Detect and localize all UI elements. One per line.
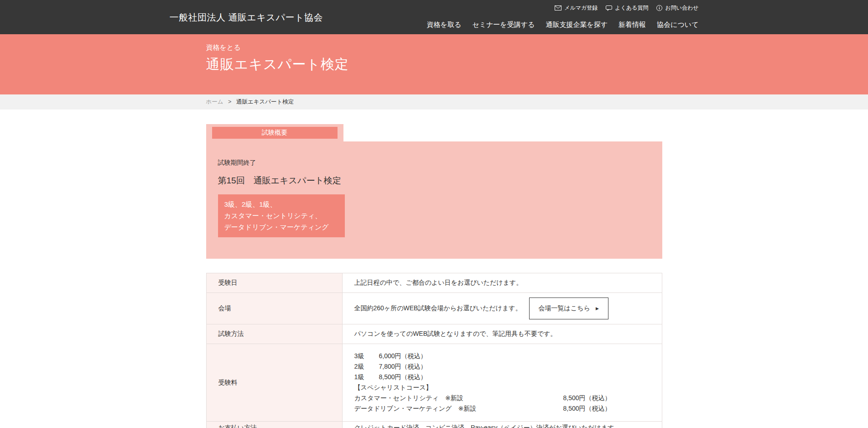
arrow-right-icon: ▶	[596, 307, 599, 311]
hero-category: 資格をとる	[206, 43, 662, 52]
fee-label: 2級	[354, 361, 379, 372]
mail-icon	[555, 5, 561, 10]
breadcrumb-separator: >	[228, 99, 231, 105]
fee-label: カスタマー・セントリシティ ※新設	[354, 393, 563, 403]
fee-line-grade3: 3級 6,000円（税込）	[354, 351, 657, 361]
utility-label: お問い合わせ	[665, 4, 698, 12]
fee-line-customer-centricity: カスタマー・セントリシティ ※新設 8,500円（税込）	[354, 393, 657, 403]
breadcrumb-current: 通販エキスパート検定	[236, 99, 294, 105]
grades-line: カスタマー・セントリシティ、	[224, 210, 340, 221]
main-nav: 資格を取る セミナーを受講する 通販支援企業を探す 新着情報 協会について	[427, 21, 699, 29]
row-header-method: 試験方法	[206, 324, 342, 344]
utility-label: メルマガ登録	[564, 4, 598, 12]
venue-list-button[interactable]: 会場一覧はこちら ▶	[529, 298, 608, 319]
utility-nav: メルマガ登録 よくある質問 お問い合わせ	[555, 4, 698, 12]
fee-line-specialist-course-header: 【スペシャリストコース】	[354, 382, 657, 393]
overview-tab-button[interactable]: 試験概要	[212, 127, 338, 139]
exam-title: 第15回 通販エキスパート検定	[218, 175, 662, 187]
table-row-method: 試験方法 パソコンを使ってのWEB試験となりますので、筆記用具も不要です。	[206, 324, 662, 344]
fee-price: 8,500円（税込）	[563, 393, 611, 403]
row-value-payment: クレジットカード決済、コンビニ決済、Pay-easy（ペイジー）決済がお選びいた…	[342, 422, 662, 428]
utility-label: よくある質問	[615, 4, 648, 12]
breadcrumb: ホーム > 通販エキスパート検定	[206, 94, 662, 110]
fee-label: 3級	[354, 351, 379, 361]
header-right: メルマガ登録 よくある質問 お問い合わせ 資格を取る セミナーを受講す	[427, 0, 699, 34]
site-logo[interactable]: 一般社団法人 通販エキスパート協会	[170, 11, 323, 23]
fee-price: 8,500円（税込）	[379, 372, 427, 382]
utility-link-faq[interactable]: よくある質問	[606, 4, 648, 12]
utility-link-mailmagazine[interactable]: メルマガ登録	[555, 4, 598, 12]
row-header-payment: お支払い方法	[206, 422, 342, 428]
row-header-exam-date: 受験日	[206, 273, 342, 293]
speech-bubble-icon	[606, 5, 612, 11]
nav-item-news[interactable]: 新着情報	[619, 21, 646, 29]
table-row-fee: 受験料 3級 6,000円（税込） 2級 7,800円（税込） 1級 8,500…	[206, 344, 662, 422]
fee-label: 1級	[354, 372, 379, 382]
fee-price: 6,000円（税込）	[379, 351, 427, 361]
breadcrumb-bar: ホーム > 通販エキスパート検定	[0, 94, 868, 110]
overview-box: 試験期間終了 第15回 通販エキスパート検定 3級、2級、1級、 カスタマー・セ…	[206, 141, 662, 259]
table-row-payment: お支払い方法 クレジットカード決済、コンビニ決済、Pay-easy（ペイジー）決…	[206, 422, 662, 428]
nav-item-about[interactable]: 協会について	[657, 21, 698, 29]
table-row-venue: 会場 全国約260ヶ所のWEB試験会場からお選びいただけます。 会場一覧はこちら…	[206, 293, 662, 324]
header-container: 一般社団法人 通販エキスパート協会 メルマガ登録 よくある質問	[170, 0, 699, 34]
hero-banner: 資格をとる 通販エキスパート検定	[0, 34, 868, 94]
grades-line: データドリブン・マーケティング	[224, 221, 340, 233]
fee-label: 【スペシャリストコース】	[354, 382, 432, 393]
main-content: 試験概要 試験期間終了 第15回 通販エキスパート検定 3級、2級、1級、 カス…	[206, 124, 662, 428]
fee-line-grade1: 1級 8,500円（税込）	[354, 372, 657, 382]
row-value-method: パソコンを使ってのWEB試験となりますので、筆記用具も不要です。	[342, 324, 662, 344]
utility-link-contact[interactable]: お問い合わせ	[656, 4, 698, 12]
fee-price: 8,500円（税込）	[563, 403, 611, 414]
venue-text: 全国約260ヶ所のWEB試験会場からお選びいただけます。	[354, 304, 522, 313]
row-header-fee: 受験料	[206, 344, 342, 422]
hero-container: 資格をとる 通販エキスパート検定	[206, 34, 662, 74]
fee-label: データドリブン・マーケティング ※新設	[354, 403, 563, 414]
fee-line-grade2: 2級 7,800円（税込）	[354, 361, 657, 372]
grades-box: 3級、2級、1級、 カスタマー・セントリシティ、 データドリブン・マーケティング	[218, 194, 345, 237]
venue-list-button-label: 会場一覧はこちら	[539, 304, 590, 313]
row-header-venue: 会場	[206, 293, 342, 324]
info-icon	[656, 5, 662, 11]
nav-item-get-certified[interactable]: 資格を取る	[427, 21, 462, 29]
grades-line: 3級、2級、1級、	[224, 198, 340, 210]
page-title: 通販エキスパート検定	[206, 55, 662, 74]
breadcrumb-home-link[interactable]: ホーム	[206, 99, 223, 105]
row-value-fee: 3級 6,000円（税込） 2級 7,800円（税込） 1級 8,500円（税込…	[342, 344, 662, 422]
exam-status: 試験期間終了	[218, 159, 662, 167]
table-row-exam-date: 受験日 上記日程の中で、ご都合のよい日をお選びいただけます。	[206, 273, 662, 293]
row-value-venue: 全国約260ヶ所のWEB試験会場からお選びいただけます。 会場一覧はこちら ▶	[342, 293, 662, 324]
nav-item-seminar[interactable]: セミナーを受講する	[472, 21, 535, 29]
site-header: 一般社団法人 通販エキスパート協会 メルマガ登録 よくある質問	[0, 0, 868, 34]
fee-price: 7,800円（税込）	[379, 361, 427, 372]
overview-tab: 試験概要	[206, 124, 343, 141]
row-value-exam-date: 上記日程の中で、ご都合のよい日をお選びいただけます。	[342, 273, 662, 293]
nav-item-find-company[interactable]: 通販支援企業を探す	[546, 21, 608, 29]
fee-line-data-driven-marketing: データドリブン・マーケティング ※新設 8,500円（税込）	[354, 403, 657, 414]
exam-info-table: 受験日 上記日程の中で、ご都合のよい日をお選びいただけます。 会場 全国約260…	[206, 273, 662, 428]
